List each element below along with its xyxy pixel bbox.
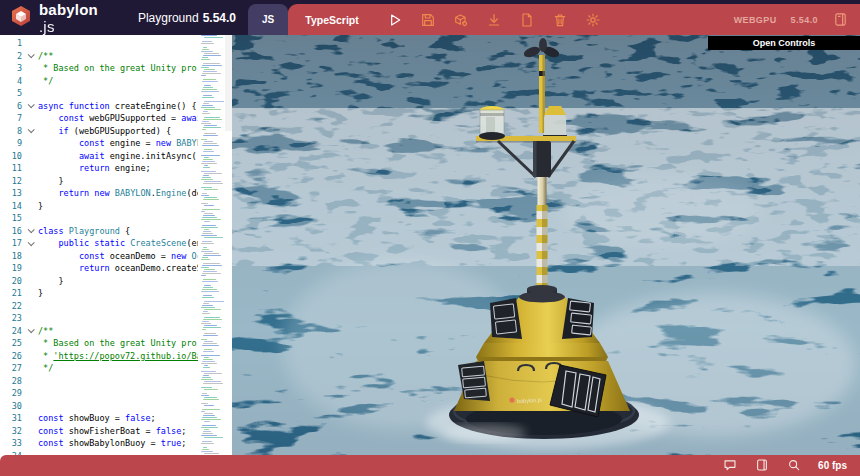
code-text [38, 37, 198, 50]
line-number: 10 [0, 150, 22, 163]
code-line[interactable]: 31const showBuoy = false; [0, 412, 232, 425]
fold-chevron-icon[interactable] [22, 225, 38, 238]
inspector-icon[interactable] [452, 11, 469, 28]
code-line[interactable]: 14} [0, 200, 232, 213]
fold-chevron-icon[interactable] [22, 125, 38, 138]
babylon-logo-link[interactable]: babylon.js [0, 0, 98, 35]
line-number: 16 [0, 225, 22, 238]
code-line[interactable]: 13 return new BABYLON.Engine(docum [0, 187, 232, 200]
code-text: const showBabylonBuoy = true; [38, 437, 198, 450]
code-text: * Based on the great Unity pro [38, 62, 198, 75]
code-line[interactable]: 32const showFisherBoat = false; [0, 425, 232, 438]
code-line[interactable]: 33const showBabylonBuoy = true; [0, 437, 232, 450]
code-text [38, 87, 198, 100]
code-text: const oceanDemo = new Ocean [38, 250, 198, 263]
code-line[interactable]: 22 [0, 300, 232, 313]
code-line[interactable]: 23 [0, 312, 232, 325]
code-line[interactable]: 1 [0, 37, 232, 50]
delete-icon[interactable] [551, 11, 568, 28]
engine-info: WEBGPU 5.54.0 [734, 12, 860, 28]
line-number: 23 [0, 312, 22, 325]
fps-counter: 60 fps [818, 460, 847, 471]
download-icon[interactable] [485, 11, 502, 28]
code-text: } [38, 275, 198, 288]
code-line[interactable]: 16class Playground { [0, 225, 232, 238]
code-line[interactable]: 26 * 'https://popov72.github.io/Bab [0, 350, 232, 363]
code-line[interactable]: 4 */ [0, 75, 232, 88]
fold-chevron-icon[interactable] [22, 325, 38, 338]
fold-chevron-icon[interactable] [22, 100, 38, 113]
code-line[interactable]: 12 } [0, 175, 232, 188]
line-number: 2 [0, 50, 22, 63]
code-line[interactable]: 20 } [0, 275, 232, 288]
code-line[interactable]: 28 [0, 375, 232, 388]
line-number: 12 [0, 175, 22, 188]
code-line[interactable]: 11 return engine; [0, 162, 232, 175]
engine-version: 5.54.0 [791, 15, 818, 25]
line-number: 18 [0, 250, 22, 263]
docs-icon[interactable] [832, 12, 848, 28]
fold-gutter [22, 175, 38, 188]
code-line[interactable]: 8 if (webGPUSupported) { [0, 125, 232, 138]
tab-typescript[interactable]: TypeScript [288, 14, 376, 26]
code-text [38, 300, 198, 313]
code-line[interactable]: 15 [0, 212, 232, 225]
code-line[interactable]: 10 await engine.initAsync( [0, 150, 232, 163]
code-line[interactable]: 9 const engine = new BABYLON [0, 137, 232, 150]
code-line[interactable]: 24/** [0, 325, 232, 338]
play-icon[interactable] [386, 11, 403, 28]
code-line[interactable]: 5 [0, 87, 232, 100]
code-line[interactable]: 27 */ [0, 362, 232, 375]
code-text: await engine.initAsync( [38, 150, 198, 163]
code-text [38, 400, 198, 413]
line-number: 31 [0, 412, 22, 425]
code-line[interactable]: 19 return oceanDemo.createSce [0, 262, 232, 275]
render-canvas[interactable]: babylon.js Open Controls [232, 35, 860, 455]
line-number: 9 [0, 137, 22, 150]
code-line[interactable]: 18 const oceanDemo = new Ocean [0, 250, 232, 263]
code-line[interactable]: 3 * Based on the great Unity pro [0, 62, 232, 75]
new-file-icon[interactable] [518, 11, 535, 28]
code-line[interactable]: 17 public static CreateScene(engin [0, 237, 232, 250]
fold-gutter [22, 387, 38, 400]
search-icon[interactable] [786, 458, 801, 473]
babylon-logo-icon [10, 5, 32, 31]
line-number: 5 [0, 87, 22, 100]
page-title: Playground5.54.0 [138, 11, 236, 25]
code-text: /** [38, 50, 198, 63]
code-line[interactable]: 30 [0, 400, 232, 413]
settings-icon[interactable] [584, 11, 601, 28]
code-line[interactable]: 21} [0, 287, 232, 300]
docs-icon[interactable] [754, 458, 769, 473]
code-line[interactable]: 2/** [0, 50, 232, 63]
save-icon[interactable] [419, 11, 436, 28]
code-text: const webGPUSupported = await [38, 112, 198, 125]
line-number: 21 [0, 287, 22, 300]
fold-gutter [22, 250, 38, 263]
fold-gutter [22, 437, 38, 450]
fold-gutter [22, 187, 38, 200]
open-controls-button[interactable]: Open Controls [708, 36, 860, 50]
code-text: class Playground { [38, 225, 198, 238]
line-number: 11 [0, 162, 22, 175]
tab-js[interactable]: JS [248, 4, 288, 35]
fold-chevron-icon[interactable] [22, 50, 38, 63]
code-line[interactable]: 7 const webGPUSupported = await [0, 112, 232, 125]
minimap[interactable] [200, 35, 225, 455]
line-number: 25 [0, 337, 22, 350]
code-editor[interactable]: 12/**3 * Based on the great Unity pro4 *… [0, 35, 232, 455]
code-line[interactable]: 34 [0, 450, 232, 456]
fold-gutter [22, 362, 38, 375]
code-text: public static CreateScene(engin [38, 237, 198, 250]
code-line[interactable]: 29 [0, 387, 232, 400]
code-line[interactable]: 25 * Based on the great Unity pro [0, 337, 232, 350]
fold-gutter [22, 150, 38, 163]
fold-gutter [22, 112, 38, 125]
comment-icon[interactable] [722, 458, 737, 473]
fold-gutter [22, 87, 38, 100]
fold-chevron-icon[interactable] [22, 237, 38, 250]
line-number: 29 [0, 387, 22, 400]
fold-gutter [22, 425, 38, 438]
line-number: 8 [0, 125, 22, 138]
code-line[interactable]: 6async function createEngine() { [0, 100, 232, 113]
